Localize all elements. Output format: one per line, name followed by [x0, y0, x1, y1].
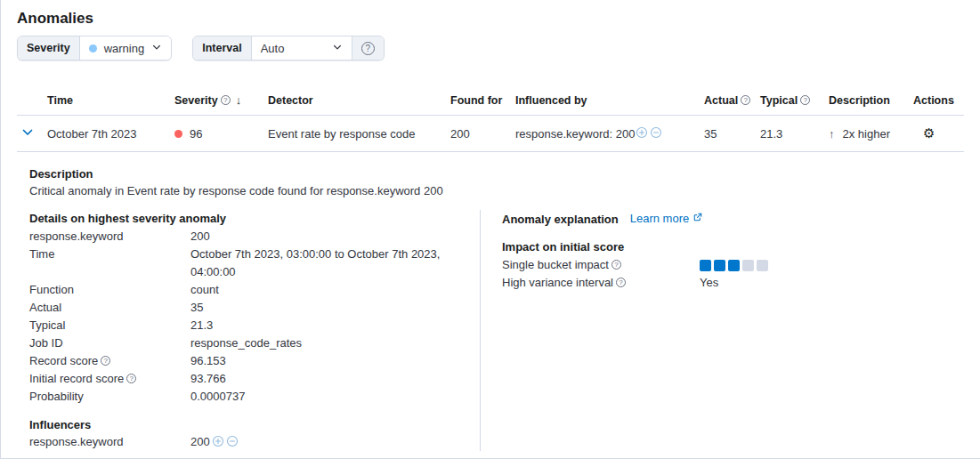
details-column: Details on highest severity anomaly resp… [29, 210, 480, 451]
interval-filter: Interval Auto ? [192, 36, 384, 60]
severity-filter: Severity warning [17, 36, 172, 60]
anomalies-table: Time Severity ? ↓ Detector Found for Inf… [17, 86, 964, 459]
column-header-detector: Detector [268, 93, 450, 107]
remove-filter-button[interactable] [226, 435, 239, 450]
column-header-actual: Actual ? [704, 93, 760, 107]
details-heading: Details on highest severity anomaly [29, 210, 480, 227]
interval-select[interactable]: Auto [252, 36, 352, 60]
sort-descending-icon: ↓ [236, 93, 242, 107]
minus-circle-icon [650, 126, 662, 141]
column-header-time: Time [47, 93, 174, 107]
interval-value: Auto [261, 42, 285, 55]
info-icon: ? [616, 278, 626, 287]
remove-filter-button[interactable] [650, 126, 662, 141]
found-for-cell: 200 [450, 127, 515, 141]
detail-row: Typical 21.3 [29, 317, 480, 334]
add-filter-button[interactable] [212, 435, 224, 450]
severity-filter-select[interactable]: warning [80, 36, 172, 60]
interval-help: ? [352, 36, 384, 60]
info-icon: ? [126, 374, 136, 383]
chevron-down-icon [332, 42, 343, 55]
info-icon: ? [741, 95, 750, 105]
description-section: Description Critical anomaly in Event ra… [29, 165, 950, 199]
column-header-typical: Typical ? [760, 93, 829, 107]
filter-bar: Severity warning Interval Auto ? [17, 36, 964, 60]
detail-row: Job ID response_code_rates [29, 334, 480, 352]
minus-circle-icon [226, 435, 239, 450]
interval-filter-label: Interval [193, 36, 251, 60]
details-list: response.keyword 200 Time October 7th 20… [29, 228, 480, 406]
single-bucket-impact-squares [700, 260, 950, 271]
influencer-label: response.keyword [29, 433, 190, 451]
plus-circle-icon [212, 435, 224, 450]
warning-dot-icon [89, 44, 97, 52]
high-variance-value: Yes [700, 274, 950, 292]
detail-row: Time October 7th 2023, 03:00:00 to Octob… [29, 246, 480, 281]
gear-icon[interactable]: ⚙ [923, 125, 935, 141]
info-icon: ? [221, 95, 231, 105]
column-header-description: Description [829, 93, 913, 107]
table-header-row: Time Severity ? ↓ Detector Found for Inf… [17, 86, 964, 116]
column-header-severity[interactable]: Severity ? ↓ [174, 93, 268, 107]
single-bucket-impact-row: Single bucket impact? [502, 256, 950, 274]
critical-severity-dot-icon [174, 130, 182, 138]
anomalies-page: Anomalies Severity warning Interval Auto… [1, 0, 980, 459]
description-body: Critical anomaly in Event rate by respon… [29, 182, 950, 199]
collapse-row-button[interactable] [19, 124, 36, 144]
anomaly-explanation-heading: Anomaly explanation [502, 211, 619, 228]
description-text: 2x higher [843, 127, 890, 141]
chevron-down-icon [151, 42, 162, 55]
external-link-icon [692, 210, 703, 228]
info-icon: ? [101, 356, 110, 366]
explanation-column: Anomaly explanation Learn more Impact on… [481, 210, 950, 451]
expander-cell [17, 124, 47, 144]
influenced-by-value: response.keyword: 200 [515, 127, 635, 141]
impact-square-filled [714, 260, 725, 271]
impact-square-empty [757, 260, 768, 271]
plus-circle-icon [636, 126, 648, 141]
influencer-value: 200 [190, 433, 210, 451]
influenced-by-cell: response.keyword: 200 [515, 126, 704, 141]
severity-filter-value: warning [104, 42, 145, 55]
influencers-heading: Influencers [29, 416, 480, 433]
actions-cell: ⚙ [913, 125, 964, 141]
impact-heading: Impact on initial score [502, 238, 950, 256]
typical-cell: 21.3 [760, 127, 829, 141]
actual-cell: 35 [704, 127, 760, 141]
page-title: Anomalies [17, 9, 964, 28]
info-icon: ? [611, 260, 621, 270]
severity-score: 96 [190, 127, 202, 141]
add-filter-button[interactable] [636, 126, 648, 141]
time-cell: October 7th 2023 [47, 127, 174, 141]
column-header-actions: Actions [913, 93, 964, 107]
description-cell: ↑ 2x higher [829, 127, 913, 141]
detail-row: response.keyword 200 [29, 228, 480, 246]
expanded-row-details: Description Critical anomaly in Event ra… [17, 152, 964, 459]
impact-square-filled [728, 260, 740, 271]
high-variance-row: High variance interval? Yes [502, 274, 950, 292]
detail-row: Probability 0.0000737 [29, 388, 480, 406]
learn-more-link[interactable]: Learn more [630, 210, 703, 228]
column-header-influenced-by: Influenced by [515, 93, 704, 107]
influencer-row: response.keyword 200 [29, 433, 480, 451]
impact-square-empty [742, 260, 754, 271]
detail-row: Record score? 96.153 [29, 352, 480, 370]
question-in-circle-icon[interactable]: ? [361, 42, 375, 55]
detector-cell: Event rate by response code [268, 127, 450, 141]
detail-row: Actual 35 [29, 299, 480, 317]
chevron-down-icon [20, 125, 35, 142]
column-header-found-for: Found for [450, 93, 515, 107]
influencers-section: Influencers response.keyword 200 [29, 416, 480, 451]
table-row: October 7th 2023 96 Event rate by respon… [17, 116, 964, 152]
detail-row: Initial record score? 93.766 [29, 370, 480, 388]
severity-cell: 96 [174, 127, 268, 141]
arrow-up-icon: ↑ [829, 127, 835, 141]
impact-square-filled [700, 260, 711, 271]
description-heading: Description [29, 165, 950, 182]
severity-filter-label: Severity [18, 36, 80, 60]
header-expander-spacer [17, 93, 47, 107]
detail-row: Function count [29, 281, 480, 299]
info-icon: ? [800, 95, 810, 105]
